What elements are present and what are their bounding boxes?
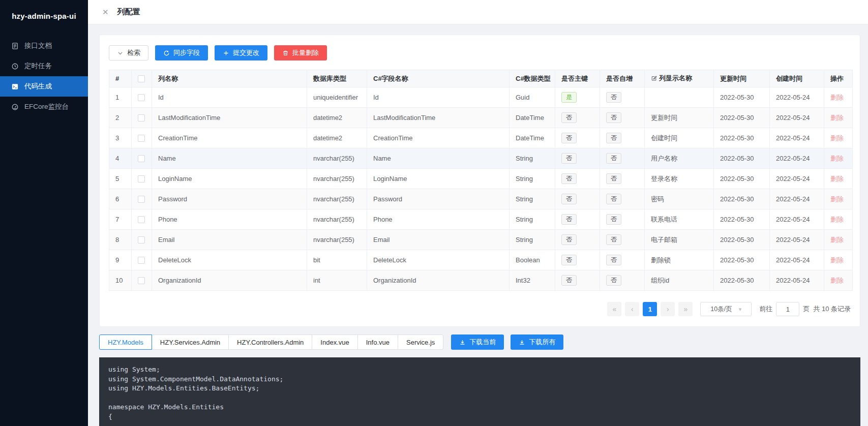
row-checkbox[interactable] bbox=[138, 175, 145, 182]
sidebar-item-api-docs[interactable]: 接口文档 bbox=[0, 36, 88, 56]
row-checkbox[interactable] bbox=[138, 155, 145, 162]
output-tabs-row: HZY.Models HZY.Services.Admin HZY.Contro… bbox=[99, 334, 860, 350]
app-logo: hzy-admin-spa-ui bbox=[0, 0, 88, 32]
row-index: 9 bbox=[109, 250, 132, 270]
row-checkbox[interactable] bbox=[138, 216, 145, 223]
row-checkbox[interactable] bbox=[138, 277, 145, 284]
last-page-button[interactable]: » bbox=[678, 302, 693, 316]
cell-display-name: 密码 bbox=[645, 189, 714, 209]
prev-page-button[interactable]: ‹ bbox=[625, 302, 639, 316]
identity-tag: 否 bbox=[606, 275, 621, 286]
pk-tag: 否 bbox=[561, 255, 577, 266]
table-row: 3 CreationTime datetime2 CreationTime Da… bbox=[109, 128, 853, 148]
delete-link[interactable]: 删除 bbox=[830, 277, 844, 284]
total-records-label: 共 10 条记录 bbox=[813, 305, 851, 314]
main-area: ✕ 列配置 检索 同步字段 提交更改 批量删除 bbox=[88, 0, 868, 426]
col-header-cs-type: C#数据类型 bbox=[510, 70, 555, 87]
goto-page-input[interactable] bbox=[776, 302, 799, 316]
gauge-icon bbox=[11, 103, 19, 111]
row-index: 8 bbox=[109, 230, 132, 250]
cell-created-at: 2022-05-24 bbox=[770, 270, 824, 291]
cell-cs-name: LastModificationTime bbox=[367, 108, 510, 128]
cell-cs-name: DeleteLock bbox=[367, 250, 510, 270]
cell-created-at: 2022-05-24 bbox=[770, 108, 824, 128]
page-title: 列配置 bbox=[117, 7, 140, 17]
table-row: 8 Email nvarchar(255) Email String 否 否 电… bbox=[109, 230, 853, 250]
next-page-button[interactable]: › bbox=[661, 302, 675, 316]
col-header-updated: 更新时间 bbox=[714, 70, 770, 87]
page-number-button[interactable]: 1 bbox=[643, 302, 657, 316]
tab-service-js[interactable]: Service.js bbox=[398, 334, 443, 350]
tab-hzy-services-admin[interactable]: HZY.Services.Admin bbox=[152, 334, 229, 350]
tab-hzy-controllers-admin[interactable]: HZY.Controllers.Admin bbox=[228, 334, 312, 350]
table-row: 4 Name nvarchar(255) Name String 否 否 用户名… bbox=[109, 148, 853, 169]
tab-hzy-models[interactable]: HZY.Models bbox=[99, 334, 152, 350]
pk-tag: 是 bbox=[561, 92, 577, 103]
pk-tag: 否 bbox=[561, 112, 577, 124]
row-checkbox[interactable] bbox=[138, 257, 145, 264]
delete-link[interactable]: 删除 bbox=[830, 155, 844, 162]
download-current-label: 下载当前 bbox=[469, 338, 496, 347]
delete-link[interactable]: 删除 bbox=[830, 134, 844, 142]
sync-fields-label: 同步字段 bbox=[173, 48, 200, 57]
table-row: 5 LoginName nvarchar(255) LoginName Stri… bbox=[109, 169, 853, 189]
row-checkbox[interactable] bbox=[138, 135, 145, 142]
page-header: ✕ 列配置 bbox=[88, 0, 868, 24]
download-all-button[interactable]: 下载所有 bbox=[511, 334, 563, 350]
delete-link[interactable]: 删除 bbox=[830, 114, 844, 121]
first-page-button[interactable]: « bbox=[607, 302, 621, 316]
cell-display-name: 更新时间 bbox=[645, 108, 714, 128]
cell-db-type: nvarchar(255) bbox=[307, 189, 367, 209]
plus-icon bbox=[223, 50, 229, 56]
row-checkbox[interactable] bbox=[138, 114, 145, 121]
pk-tag: 否 bbox=[561, 153, 577, 164]
download-current-button[interactable]: 下载当前 bbox=[451, 334, 504, 350]
cell-created-at: 2022-05-24 bbox=[770, 230, 824, 250]
sidebar-item-code-generation[interactable]: 代码生成 bbox=[0, 76, 88, 97]
sidebar-item-efcore-monitor[interactable]: EFCore监控台 bbox=[0, 97, 88, 117]
cell-updated-at: 2022-05-30 bbox=[714, 230, 770, 250]
delete-link[interactable]: 删除 bbox=[830, 236, 844, 244]
batch-delete-label: 批量删除 bbox=[292, 48, 319, 57]
cell-cs-type: Int32 bbox=[510, 270, 555, 291]
content: 检索 同步字段 提交更改 批量删除 bbox=[88, 24, 868, 426]
cell-db-type: nvarchar(255) bbox=[307, 148, 367, 169]
download-icon bbox=[459, 339, 466, 346]
cell-db-type: bit bbox=[307, 250, 367, 270]
chevron-down-icon bbox=[117, 50, 124, 56]
submit-changes-button[interactable]: 提交更改 bbox=[215, 45, 267, 60]
identity-tag: 否 bbox=[606, 112, 621, 124]
row-checkbox[interactable] bbox=[138, 196, 145, 203]
cell-display-name: 组织id bbox=[645, 270, 714, 291]
row-checkbox[interactable] bbox=[138, 94, 145, 101]
row-checkbox[interactable] bbox=[138, 236, 145, 244]
cell-updated-at: 2022-05-30 bbox=[714, 87, 770, 108]
tab-index-vue[interactable]: Index.vue bbox=[312, 334, 357, 350]
delete-link[interactable]: 删除 bbox=[830, 216, 844, 223]
col-header-created: 创建时间 bbox=[770, 70, 824, 87]
document-icon bbox=[11, 42, 19, 50]
identity-tag: 否 bbox=[606, 173, 621, 185]
delete-link[interactable]: 删除 bbox=[830, 195, 844, 203]
page-size-select[interactable]: 10条/页 ▾ bbox=[700, 302, 752, 316]
row-index: 10 bbox=[109, 270, 132, 291]
col-header-db-type: 数据库类型 bbox=[307, 70, 367, 87]
cell-db-type: nvarchar(255) bbox=[307, 230, 367, 250]
tab-info-vue[interactable]: Info.vue bbox=[357, 334, 398, 350]
page-unit-label: 页 bbox=[803, 305, 810, 314]
close-icon[interactable]: ✕ bbox=[102, 8, 109, 16]
cell-created-at: 2022-05-24 bbox=[770, 87, 824, 108]
sync-fields-button[interactable]: 同步字段 bbox=[155, 45, 208, 60]
search-button[interactable]: 检索 bbox=[109, 45, 148, 60]
sidebar-item-scheduled-tasks[interactable]: 定时任务 bbox=[0, 56, 88, 76]
batch-delete-button[interactable]: 批量删除 bbox=[274, 45, 327, 60]
cell-display-name bbox=[645, 87, 714, 108]
delete-link[interactable]: 删除 bbox=[830, 175, 844, 182]
delete-link[interactable]: 删除 bbox=[830, 94, 844, 101]
delete-link[interactable]: 删除 bbox=[830, 256, 844, 264]
cell-cs-name: OrganizationId bbox=[367, 270, 510, 291]
cell-column-name: Password bbox=[152, 189, 307, 209]
cell-updated-at: 2022-05-30 bbox=[714, 148, 770, 169]
download-all-label: 下载所有 bbox=[529, 338, 555, 347]
select-all-checkbox[interactable] bbox=[138, 75, 145, 82]
